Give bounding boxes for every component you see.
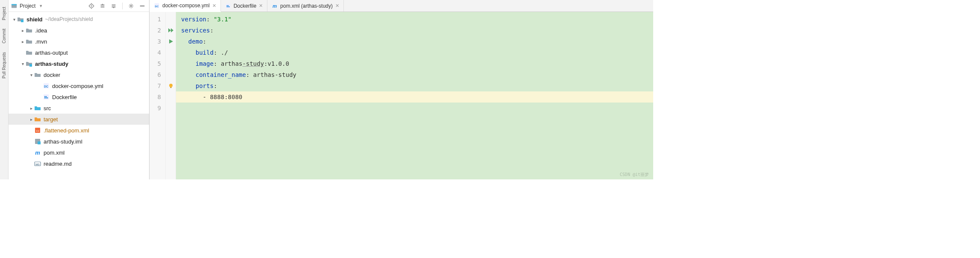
tree-item[interactable]: ▸.idea <box>9 25 149 36</box>
svg-text:m: m <box>273 3 277 9</box>
svg-rect-38 <box>226 5 227 6</box>
svg-text:MD: MD <box>35 163 40 166</box>
gear-icon <box>128 3 134 9</box>
watermark: CSDN @it噩梦 <box>620 172 649 178</box>
code-line[interactable]: - 8888:8080 <box>176 91 653 103</box>
code-line[interactable]: container_name: arthas-study <box>176 69 653 80</box>
line-gutter: 123456789 <box>150 12 166 179</box>
svg-line-15 <box>129 7 130 7</box>
tab-icon <box>225 3 231 9</box>
code-text[interactable]: version: "3.1"services: demo: build: ./ … <box>176 12 653 179</box>
line-number: 9 <box>150 103 165 114</box>
editor-tab[interactable]: DCdocker-compose.yml✕ <box>150 0 221 12</box>
rail-project[interactable]: Project <box>2 7 6 20</box>
chevron-down-icon[interactable]: ▼ <box>39 4 43 8</box>
svg-rect-31 <box>38 141 41 144</box>
gutter-marker <box>166 103 176 114</box>
project-sidebar: Project ▼ ▾shield~/IdeaProjects/shield▸.… <box>9 0 150 179</box>
svg-rect-24 <box>46 96 47 97</box>
gutter-marker <box>166 14 176 25</box>
svg-rect-42 <box>229 6 229 7</box>
tree-item[interactable]: ▾docker <box>9 69 149 80</box>
tab-label: pom.xml (arthas-study) <box>280 3 333 9</box>
svg-text:<>: <> <box>36 129 39 132</box>
tab-label: docker-compose.yml <box>162 3 210 9</box>
close-icon[interactable]: ✕ <box>259 3 263 9</box>
svg-rect-26 <box>46 97 47 98</box>
tree-item[interactable]: arthas-study.iml <box>9 136 149 147</box>
tree-item[interactable]: ▸target <box>9 114 149 125</box>
code-line[interactable]: version: "3.1" <box>176 14 653 25</box>
locate-button[interactable] <box>87 2 96 10</box>
editor-tabs: DCdocker-compose.yml✕Dockerfile✕mpom.xml… <box>150 0 653 12</box>
close-icon[interactable]: ✕ <box>335 3 339 9</box>
tree-root[interactable]: ▾shield~/IdeaProjects/shield <box>9 14 149 25</box>
code-line[interactable]: ports: <box>176 80 653 91</box>
tab-icon: m <box>272 3 278 9</box>
code-line[interactable]: services: <box>176 25 653 36</box>
code-line[interactable]: image: arthas-study:v1.0.0 <box>176 58 653 69</box>
rail-pr[interactable]: Pull Requests <box>2 52 6 79</box>
gutter-marker <box>166 58 176 69</box>
svg-line-14 <box>132 7 132 7</box>
line-number: 3 <box>150 36 165 47</box>
svg-line-13 <box>129 4 130 5</box>
line-number: 5 <box>150 58 165 69</box>
hide-button[interactable] <box>138 2 147 10</box>
code-line[interactable]: build: ./ <box>176 47 653 58</box>
editor-tab[interactable]: mpom.xml (arthas-study)✕ <box>267 0 344 12</box>
tree-item[interactable]: mpom.xml <box>9 147 149 158</box>
code-area[interactable]: 123456789 version: "3.1"services: demo: … <box>150 12 653 179</box>
rail-commit[interactable]: Commit <box>2 29 6 43</box>
tree-item[interactable]: Dockerfile <box>9 91 149 103</box>
svg-line-16 <box>132 4 132 5</box>
svg-rect-1 <box>12 4 17 5</box>
close-icon[interactable]: ✕ <box>212 3 216 9</box>
gutter-marker <box>166 47 176 58</box>
marker-gutter[interactable] <box>166 12 176 179</box>
editor-panel: DCdocker-compose.yml✕Dockerfile✕mpom.xml… <box>150 0 653 179</box>
svg-text:DC: DC <box>155 5 159 8</box>
tree-item[interactable]: <>.flattened-pom.xml <box>9 125 149 136</box>
tab-icon: DC <box>154 3 160 9</box>
code-line[interactable] <box>176 103 653 114</box>
line-number: 7 <box>150 80 165 91</box>
tree-item[interactable]: arthas-output <box>9 47 149 58</box>
expand-all-button[interactable] <box>98 2 107 10</box>
line-number: 1 <box>150 14 165 25</box>
settings-button[interactable] <box>127 2 135 10</box>
line-number: 6 <box>150 69 165 80</box>
svg-rect-39 <box>228 5 229 6</box>
svg-rect-25 <box>44 97 45 98</box>
svg-point-44 <box>169 84 173 87</box>
tree-item[interactable]: MDreadme.md <box>9 158 149 169</box>
gutter-marker <box>166 69 176 80</box>
gutter-marker <box>166 91 176 103</box>
line-number: 8 <box>150 91 165 103</box>
svg-rect-17 <box>140 6 145 6</box>
svg-rect-19 <box>29 64 32 67</box>
tree-item[interactable]: DCdocker-compose.yml <box>9 80 149 91</box>
gutter-marker[interactable] <box>166 80 176 91</box>
sidebar-header: Project ▼ <box>9 0 149 12</box>
project-icon <box>11 3 17 9</box>
code-line[interactable]: demo: <box>176 36 653 47</box>
svg-rect-45 <box>170 87 171 88</box>
editor-tab[interactable]: Dockerfile✕ <box>221 0 267 12</box>
svg-point-8 <box>130 5 132 7</box>
tool-rail: Project Commit Pull Requests <box>0 0 9 179</box>
svg-rect-18 <box>21 20 23 22</box>
tree-item[interactable]: ▾arthas-study <box>9 58 149 69</box>
tree-item[interactable]: ▸src <box>9 103 149 114</box>
svg-rect-23 <box>44 96 45 97</box>
svg-rect-40 <box>226 6 227 7</box>
collapse-all-button[interactable] <box>109 2 118 10</box>
gutter-marker[interactable] <box>166 36 176 47</box>
project-tree[interactable]: ▾shield~/IdeaProjects/shield▸.idea▸.mvna… <box>9 12 149 179</box>
gutter-marker[interactable] <box>166 25 176 36</box>
tree-item[interactable]: ▸.mvn <box>9 36 149 47</box>
svg-rect-27 <box>47 97 48 98</box>
svg-text:m: m <box>35 150 40 156</box>
svg-rect-41 <box>228 6 229 7</box>
project-dropdown[interactable]: Project <box>20 3 35 9</box>
